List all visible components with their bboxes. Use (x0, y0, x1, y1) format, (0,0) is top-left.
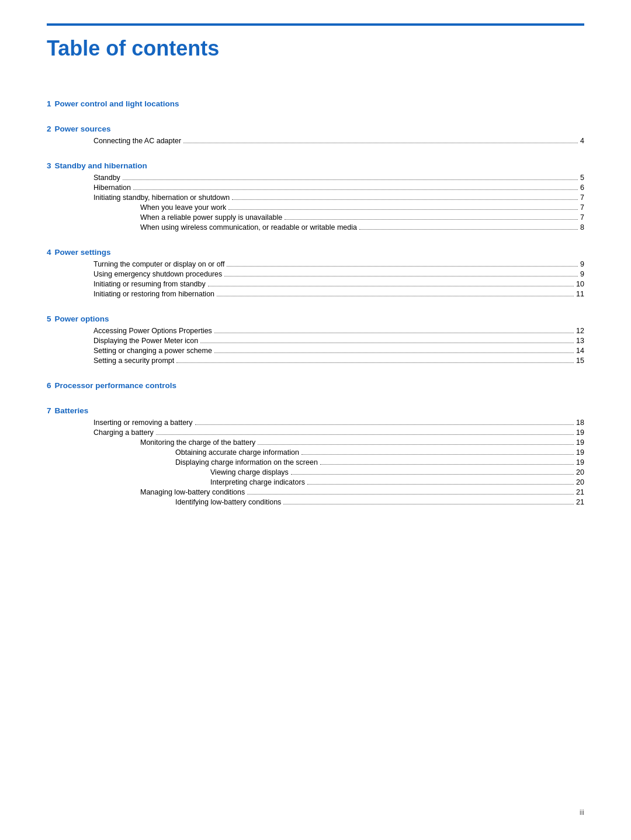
section-6: 6Processor performance controls (47, 381, 584, 390)
toc-entry: Hibernation6 (47, 184, 584, 192)
section-3: 3Standby and hibernationStandby5Hibernat… (47, 161, 584, 231)
section-title-3: Standby and hibernation (55, 161, 147, 170)
section-num-6: 6 (47, 381, 51, 390)
toc-entry-text: Displaying the Power Meter icon (93, 337, 198, 345)
toc-entry-text: When you leave your work (140, 203, 226, 212)
toc-entry-text: Viewing charge displays (210, 468, 289, 476)
section-heading-1: 1Power control and light locations (47, 99, 584, 108)
toc-dots (217, 296, 574, 296)
toc-dots (195, 424, 574, 425)
section-5: 5Power optionsAccessing Power Options Pr… (47, 314, 584, 365)
section-title-7: Batteries (55, 406, 89, 415)
section-1: 1Power control and light locations (47, 99, 584, 108)
toc-dots (320, 464, 574, 465)
toc-entry-text: Connecting the AC adapter (93, 137, 181, 145)
toc-page: 7 (580, 193, 584, 202)
toc-entry-text: When a reliable power supply is unavaila… (140, 213, 282, 222)
toc-page: 15 (576, 357, 584, 365)
toc-dots (214, 333, 574, 333)
toc-entry-text: Obtaining accurate charge information (175, 448, 299, 457)
section-4: 4Power settingsTurning the computer or d… (47, 248, 584, 298)
section-num-1: 1 (47, 99, 51, 108)
toc-dots (247, 494, 574, 495)
toc-dots (285, 219, 578, 220)
page-title: Table of contents (47, 36, 584, 64)
toc-page: 4 (580, 137, 584, 145)
page-footer: iii (580, 808, 584, 817)
toc-dots (227, 266, 578, 267)
section-num-3: 3 (47, 161, 51, 170)
section-2: 2Power sourcesConnecting the AC adapter4 (47, 125, 584, 145)
toc-dots (208, 286, 574, 286)
toc-page: 7 (580, 213, 584, 222)
toc-page: 20 (576, 478, 584, 486)
toc-entry: Standby5 (47, 174, 584, 182)
toc-dots (224, 276, 578, 276)
section-heading-4: 4Power settings (47, 248, 584, 257)
toc-entry-text: Accessing Power Options Properties (93, 327, 212, 335)
toc-entry-text: When using wireless communication, or re… (140, 223, 357, 231)
toc-entry: Accessing Power Options Properties12 (47, 327, 584, 335)
toc-dots (133, 189, 578, 190)
toc-entry: Connecting the AC adapter4 (47, 137, 584, 145)
toc-entry: Displaying charge information on the scr… (47, 458, 584, 466)
section-title-6: Processor performance controls (55, 381, 177, 390)
toc-entry: Obtaining accurate charge information19 (47, 448, 584, 457)
toc-entry: Displaying the Power Meter icon13 (47, 337, 584, 345)
toc-page: 7 (580, 203, 584, 212)
toc-entry: Turning the computer or display on or of… (47, 260, 584, 268)
toc-page: 5 (580, 174, 584, 182)
toc-page: 20 (576, 468, 584, 476)
toc-entry: When you leave your work7 (47, 203, 584, 212)
toc-entry-text: Monitoring the charge of the battery (140, 438, 255, 447)
toc-entry: Charging a battery19 (47, 428, 584, 437)
top-border (47, 23, 584, 26)
toc-page: 19 (576, 438, 584, 447)
toc-entry: Initiating standby, hibernation or shutd… (47, 193, 584, 202)
toc-entry-text: Managing low-battery conditions (140, 488, 245, 496)
toc-entry: Setting or changing a power scheme14 (47, 347, 584, 355)
toc-page: 12 (576, 327, 584, 335)
section-num-4: 4 (47, 248, 51, 257)
section-heading-2: 2Power sources (47, 125, 584, 133)
toc-entry-text: Initiating standby, hibernation or shutd… (93, 193, 230, 202)
section-heading-5: 5Power options (47, 314, 584, 323)
section-num-5: 5 (47, 314, 51, 323)
section-title-2: Power sources (55, 125, 111, 133)
toc-dots (232, 199, 578, 200)
toc-entry-text: Initiating or resuming from standby (93, 280, 206, 288)
toc-dots (176, 362, 574, 363)
toc-container: 1Power control and light locations2Power… (47, 99, 584, 506)
toc-dots (183, 143, 578, 143)
toc-page: 10 (576, 280, 584, 288)
section-num-7: 7 (47, 406, 51, 415)
toc-entry: Setting a security prompt15 (47, 357, 584, 365)
toc-entry-text: Using emergency shutdown procedures (93, 270, 222, 278)
toc-entry-text: Interpreting charge indicators (210, 478, 305, 486)
section-title-4: Power settings (55, 248, 111, 257)
toc-page: 18 (576, 419, 584, 427)
toc-dots (200, 343, 574, 343)
toc-dots (214, 352, 574, 353)
section-heading-6: 6Processor performance controls (47, 381, 584, 390)
toc-dots (291, 474, 574, 475)
toc-page: 19 (576, 448, 584, 457)
toc-page: 13 (576, 337, 584, 345)
toc-dots (156, 434, 574, 435)
toc-dots (307, 484, 574, 485)
section-heading-7: 7Batteries (47, 406, 584, 415)
toc-entry-text: Setting a security prompt (93, 357, 174, 365)
toc-entry-text: Standby (93, 174, 120, 182)
section-heading-3: 3Standby and hibernation (47, 161, 584, 170)
toc-entry: Initiating or resuming from standby10 (47, 280, 584, 288)
toc-page: 6 (580, 184, 584, 192)
toc-entry: Interpreting charge indicators20 (47, 478, 584, 486)
section-title-1: Power control and light locations (55, 99, 179, 108)
toc-dots (283, 504, 574, 504)
toc-page: 14 (576, 347, 584, 355)
toc-page: 9 (580, 260, 584, 268)
toc-entry-text: Turning the computer or display on or of… (93, 260, 224, 268)
toc-entry: When using wireless communication, or re… (47, 223, 584, 231)
toc-entry: Monitoring the charge of the battery19 (47, 438, 584, 447)
toc-entry-text: Initiating or restoring from hibernation (93, 290, 214, 298)
